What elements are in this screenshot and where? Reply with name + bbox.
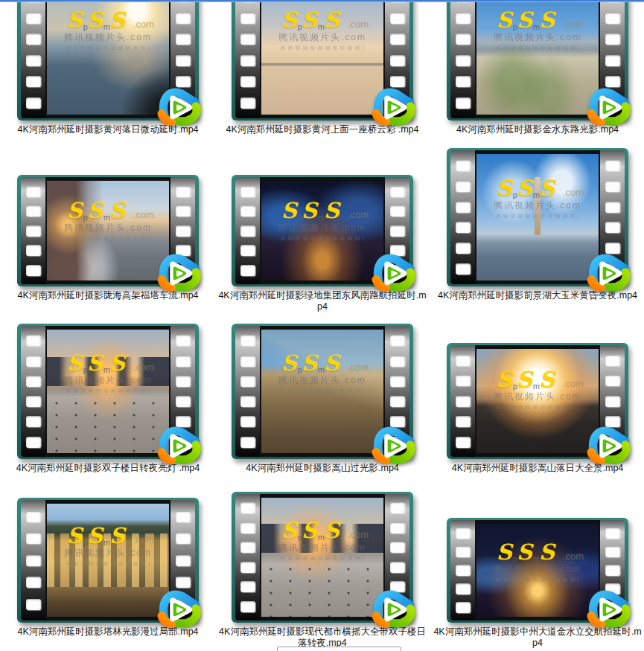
film-strip: SpSmS.com 腾讯视频片头.com	[447, 343, 628, 459]
watermark-letter-small: p	[298, 213, 302, 222]
watermark-letter: S	[534, 367, 561, 392]
watermark-domain: .com	[348, 362, 369, 373]
film-strip: SpSmS.com 腾讯视频片头.com	[447, 148, 628, 286]
watermark-cn-text: 腾讯视频片头.com	[476, 391, 599, 403]
watermark-letter-small: p	[298, 365, 302, 374]
sprocket-hole	[240, 335, 255, 346]
watermark-cn-text: 腾讯视频片头.com	[47, 547, 169, 559]
film-sprocket-holes-left	[450, 520, 475, 620]
video-still-image: SpSmS.com 腾讯视频片头.com	[261, 498, 383, 617]
sprocket-hole	[605, 546, 620, 557]
sprocket-hole	[456, 583, 471, 594]
watermark-fineprint	[496, 578, 579, 582]
tencent-video-play-icon[interactable]	[585, 423, 633, 468]
video-item[interactable]: SpSmS.com 腾讯视频片头.com	[430, 343, 644, 474]
sprocket-hole	[456, 416, 471, 427]
sprocket-hole	[176, 55, 191, 66]
sprocket-hole	[390, 186, 405, 197]
tencent-video-play-icon[interactable]	[156, 587, 203, 632]
watermark-letter-small: m	[318, 365, 325, 374]
sprocket-hole	[240, 522, 255, 533]
watermark-letter: S	[82, 523, 109, 548]
watermark-letter-small: m	[533, 554, 540, 563]
watermark-logo-text: SpSmS.com	[261, 350, 383, 376]
video-frame: SpSmS.com 腾讯视频片头.com	[45, 0, 170, 118]
watermark-domain: .com	[563, 551, 584, 562]
watermark-letter: S	[534, 7, 561, 33]
watermark-letter: S	[104, 350, 132, 376]
watermark-domain: .com	[348, 19, 369, 30]
watermark-logo-text: SpSmS.com	[476, 176, 599, 201]
sprocket-hole	[390, 562, 405, 573]
watermark-cn-text: 腾讯视频片头.com	[47, 374, 169, 387]
tencent-video-play-icon[interactable]	[585, 587, 633, 632]
sprocket-hole	[240, 205, 255, 217]
video-item[interactable]: SpSmS.com 腾讯视频片头.com	[0, 324, 216, 474]
sprocket-hole	[26, 33, 41, 45]
sprocket-hole	[456, 160, 471, 171]
watermark-cn-text: 腾讯视频片头.com	[476, 31, 599, 44]
sprocket-hole	[240, 601, 255, 612]
watermark-letter: S	[276, 518, 304, 543]
sprocket-hole	[456, 546, 471, 557]
sprocket-hole	[240, 502, 255, 513]
watermark-letter-small: p	[513, 382, 517, 391]
tencent-video-play-icon[interactable]	[585, 251, 633, 295]
sprocket-hole	[26, 265, 41, 276]
video-item[interactable]: SpSmS.com 腾讯视频片头.com	[0, 498, 216, 638]
watermark-domain: .com	[133, 209, 154, 220]
video-still-image: SpSmS.com 腾讯视频片头.com	[261, 0, 383, 115]
video-frame: SpSmS.com 腾讯视频片头.com	[260, 494, 385, 620]
sprocket-hole	[240, 265, 255, 276]
sprocket-hole	[390, 225, 405, 237]
sprocket-hole	[26, 416, 41, 427]
tencent-video-play-icon[interactable]	[370, 85, 418, 129]
video-item[interactable]: SpSmS.com 腾讯视频片头.com	[214, 175, 430, 313]
video-item[interactable]: SpSmS.com 腾讯视频片头.com	[430, 0, 644, 135]
sprocket-hole	[26, 511, 41, 522]
watermark-logo-text: SpSmS.com	[261, 518, 383, 543]
video-item[interactable]: SpSmS.com 腾讯视频片头.com	[214, 0, 430, 135]
video-item[interactable]: SpSmS.com 腾讯视频片头.com	[430, 148, 644, 301]
sprocket-hole	[390, 205, 405, 217]
tencent-video-play-icon[interactable]	[585, 85, 633, 129]
tencent-video-play-icon[interactable]	[370, 423, 418, 468]
watermark-logo-text: SpSmS.com	[47, 350, 169, 376]
video-item[interactable]: SpSmS.com 腾讯视频片头.com	[0, 175, 216, 301]
video-item[interactable]: SpSmS.com 腾讯视频片头.com	[214, 492, 430, 650]
tencent-video-play-icon[interactable]	[156, 251, 203, 295]
video-item[interactable]: SpSmS.com 腾讯视频片头.com	[430, 518, 644, 650]
watermark-letter-small: p	[298, 533, 302, 542]
sprocket-hole	[390, 502, 405, 513]
watermark-letter: S	[319, 350, 346, 376]
tencent-video-play-icon[interactable]	[370, 587, 418, 632]
watermark-cn-text: 腾讯视频片头.com	[261, 31, 383, 44]
watermark-letter-small: p	[513, 554, 517, 563]
sprocket-hole	[240, 55, 255, 66]
stock-watermark: SpSmS.com 腾讯视频片头.com	[476, 539, 599, 582]
video-item[interactable]: SpSmS.com 腾讯视频片头.com	[214, 324, 430, 474]
sprocket-hole	[26, 376, 41, 387]
watermark-logo-text: SpSmS.com	[261, 7, 383, 33]
video-item[interactable]: SpSmS.com 腾讯视频片头.com	[0, 0, 216, 135]
sprocket-hole	[176, 511, 191, 522]
video-still-image: SpSmS.com 腾讯视频片头.com	[476, 0, 599, 115]
window-border-top	[0, 0, 644, 2]
video-still-image: SpSmS.com 腾讯视频片头.com	[476, 154, 599, 280]
watermark-domain: .com	[133, 362, 154, 373]
sprocket-hole	[176, 356, 191, 367]
sprocket-hole	[240, 437, 255, 448]
tencent-video-play-icon[interactable]	[370, 251, 418, 295]
sprocket-hole	[456, 13, 471, 24]
sprocket-hole	[456, 97, 471, 109]
film-strip: SpSmS.com 腾讯视频片头.com	[232, 492, 413, 623]
film-strip: SpSmS.com 腾讯视频片头.com	[232, 324, 413, 459]
sprocket-hole	[456, 243, 471, 254]
rename-edit-box[interactable]	[277, 647, 401, 651]
tencent-video-play-icon[interactable]	[156, 85, 203, 129]
watermark-letter-small: m	[103, 22, 110, 31]
watermark-domain: .com	[563, 378, 584, 389]
tencent-video-play-icon[interactable]	[156, 423, 203, 468]
watermark-logo-text: SpSmS.com	[476, 7, 599, 33]
sprocket-hole	[26, 205, 41, 217]
